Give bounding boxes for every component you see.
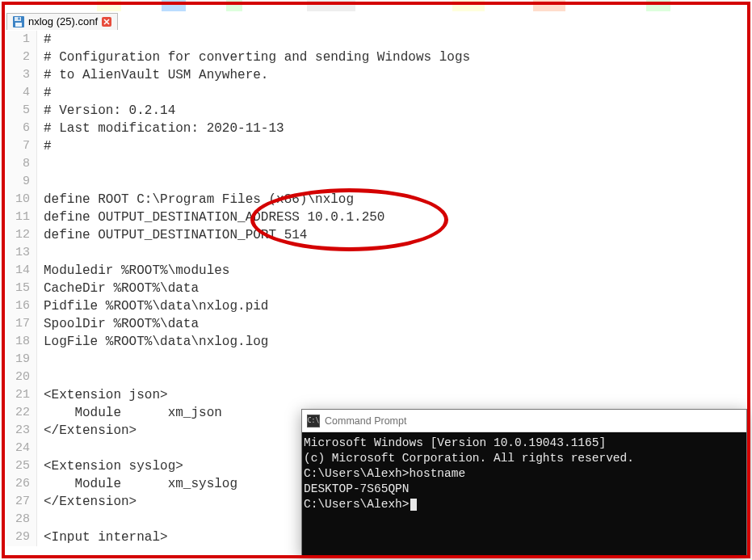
code-line[interactable]: 20 — [6, 368, 746, 386]
code-line[interactable]: 9 — [6, 173, 746, 191]
code-text: define OUTPUT_DESTINATION_PORT 514 — [37, 226, 307, 244]
code-text: Moduledir %ROOT%\modules — [37, 262, 229, 280]
line-number: 24 — [6, 440, 37, 457]
code-line[interactable]: 10define ROOT C:\Program Files (x86)\nxl… — [6, 191, 746, 208]
code-text: SpoolDir %ROOT%\data — [37, 315, 199, 333]
code-text: Module xm_syslog — [37, 475, 237, 493]
code-line[interactable]: 8 — [6, 155, 746, 173]
line-number: 25 — [6, 457, 37, 475]
line-number: 19 — [6, 351, 37, 368]
line-number: 23 — [6, 422, 37, 440]
line-number: 20 — [6, 368, 37, 386]
line-number: 15 — [6, 280, 37, 297]
code-text — [37, 440, 44, 457]
code-line[interactable]: 12define OUTPUT_DESTINATION_PORT 514 — [6, 226, 746, 244]
code-line[interactable]: 13 — [6, 244, 746, 262]
line-number: 12 — [6, 226, 37, 244]
code-text: # to AlienVault USM Anywhere. — [37, 66, 268, 84]
file-tab[interactable]: nxlog (25).conf — [6, 13, 118, 30]
code-line[interactable]: 21<Extension json> — [6, 386, 746, 404]
code-text: define ROOT C:\Program Files (x86)\nxlog — [37, 191, 354, 208]
terminal-line: C:\Users\Alexh> — [302, 497, 746, 512]
code-text — [37, 244, 44, 262]
svg-rect-1 — [15, 17, 21, 21]
line-number: 9 — [6, 173, 37, 191]
svg-rect-2 — [15, 23, 22, 27]
code-text: CacheDir %ROOT%\data — [37, 280, 199, 297]
code-text — [37, 173, 44, 191]
line-number: 17 — [6, 315, 37, 333]
line-number: 11 — [6, 208, 37, 226]
code-line[interactable]: 1# — [6, 31, 746, 48]
code-text: # — [37, 31, 52, 48]
terminal-line: Microsoft Windows [Version 10.0.19043.11… — [302, 436, 746, 451]
code-text: Pidfile %ROOT%\data\nxlog.pid — [37, 297, 268, 315]
code-text: # — [37, 84, 52, 102]
code-line[interactable]: 6# Last modification: 2020-11-13 — [6, 120, 746, 137]
line-number: 8 — [6, 155, 37, 173]
code-text: LogFile %ROOT%\data\nxlog.log — [37, 333, 268, 351]
line-number: 6 — [6, 120, 37, 137]
code-line[interactable]: 2# Configuration for converting and send… — [6, 48, 746, 66]
terminal-line: DESKTOP-7S65QPN — [302, 482, 746, 497]
code-text — [37, 351, 44, 368]
code-line[interactable]: 11define OUTPUT_DESTINATION_ADDRESS 10.0… — [6, 208, 746, 226]
code-text: Module xm_json — [37, 404, 222, 422]
line-number: 1 — [6, 31, 37, 48]
code-line[interactable]: 3# to AlienVault USM Anywhere. — [6, 66, 746, 84]
code-line[interactable]: 17SpoolDir %ROOT%\data — [6, 315, 746, 333]
command-prompt-window[interactable]: C:\ Command Prompt Microsoft Windows [Ve… — [301, 409, 747, 556]
code-text: # Version: 0.2.14 — [37, 102, 175, 120]
line-number: 14 — [6, 262, 37, 280]
code-line[interactable]: 5# Version: 0.2.14 — [6, 102, 746, 120]
line-number: 7 — [6, 137, 37, 155]
line-number: 16 — [6, 297, 37, 315]
terminal-cursor — [410, 499, 417, 511]
terminal-line: C:\Users\Alexh>hostname — [302, 466, 746, 482]
line-number: 22 — [6, 404, 37, 422]
line-number: 18 — [6, 333, 37, 351]
command-prompt-body[interactable]: Microsoft Windows [Version 10.0.19043.11… — [302, 432, 746, 555]
command-prompt-title: Command Prompt — [325, 415, 406, 427]
tab-bar: nxlog (25).conf — [6, 11, 118, 31]
line-number: 26 — [6, 475, 37, 493]
code-text: # Last modification: 2020-11-13 — [37, 120, 284, 137]
toolbar-strip — [0, 0, 752, 11]
line-number: 13 — [6, 244, 37, 262]
tab-filename: nxlog (25).conf — [28, 15, 98, 27]
line-number: 29 — [6, 528, 37, 546]
code-text — [37, 155, 44, 173]
line-number: 10 — [6, 191, 37, 208]
line-number: 28 — [6, 511, 37, 528]
code-line[interactable]: 7# — [6, 137, 746, 155]
code-text: # Configuration for converting and sendi… — [37, 48, 470, 66]
save-icon — [12, 15, 25, 28]
code-text — [37, 511, 44, 528]
line-number: 3 — [6, 66, 37, 84]
code-text: # — [37, 137, 52, 155]
code-text — [37, 368, 44, 386]
code-text: <Extension json> — [37, 386, 168, 404]
code-text: <Extension syslog> — [37, 457, 183, 475]
close-icon[interactable] — [101, 16, 112, 27]
line-number: 27 — [6, 493, 37, 511]
code-line[interactable]: 18LogFile %ROOT%\data\nxlog.log — [6, 333, 746, 351]
code-text: </Extension> — [37, 493, 137, 511]
code-line[interactable]: 15CacheDir %ROOT%\data — [6, 280, 746, 297]
code-line[interactable]: 14Moduledir %ROOT%\modules — [6, 262, 746, 280]
line-number: 4 — [6, 84, 37, 102]
code-text: </Extension> — [37, 422, 137, 440]
line-number: 21 — [6, 386, 37, 404]
code-line[interactable]: 16Pidfile %ROOT%\data\nxlog.pid — [6, 297, 746, 315]
terminal-line: (c) Microsoft Corporation. All rights re… — [302, 451, 746, 466]
svg-rect-3 — [19, 17, 20, 19]
code-line[interactable]: 19 — [6, 351, 746, 368]
command-prompt-titlebar[interactable]: C:\ Command Prompt — [302, 410, 746, 432]
line-number: 2 — [6, 48, 37, 66]
command-prompt-icon: C:\ — [307, 415, 320, 427]
code-line[interactable]: 4# — [6, 84, 746, 102]
code-text: <Input internal> — [37, 528, 168, 546]
line-number: 5 — [6, 102, 37, 120]
code-text: define OUTPUT_DESTINATION_ADDRESS 10.0.1… — [37, 208, 384, 226]
